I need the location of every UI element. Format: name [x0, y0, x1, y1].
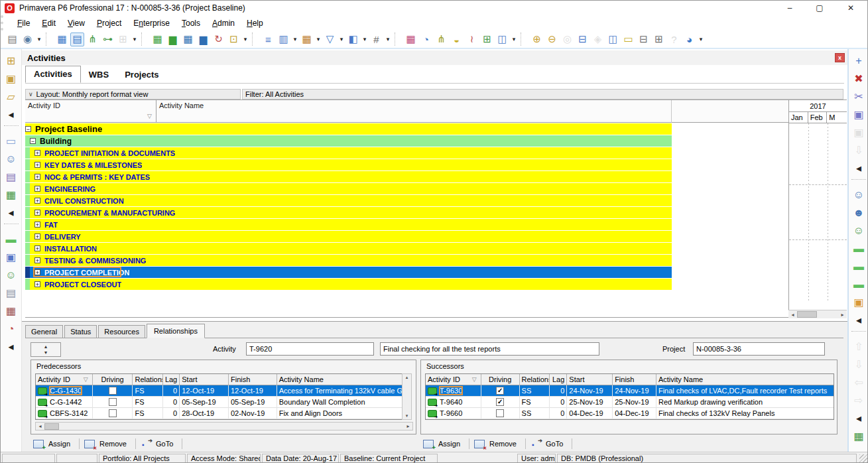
reports-icon[interactable]: ▤ — [4, 170, 18, 184]
wbs-row[interactable]: PROJECT INITIATION & DOCUMENTS — [25, 147, 672, 159]
filters-caret-icon[interactable]: ▾ — [338, 33, 345, 46]
collapse-icon[interactable] — [30, 138, 36, 144]
assignments-icon[interactable]: ☺ — [4, 268, 18, 282]
table-row[interactable]: T-9630 ✓ SS 0 24-Nov-19 24-Nov-19 Final … — [426, 385, 834, 397]
filter-bar-cell[interactable]: Filter: All Activities — [242, 89, 843, 99]
columns-caret-icon[interactable]: ▾ — [292, 33, 298, 46]
filters-icon[interactable]: ▽ — [323, 33, 337, 46]
activity-id-field[interactable]: T-9620 — [246, 342, 374, 356]
expand-icon[interactable] — [34, 222, 40, 228]
layout-bar-cell[interactable]: ∨Layout: Monthly report format view — [25, 89, 241, 99]
wps-docs-icon[interactable]: ▤ — [4, 286, 18, 300]
wbs-row[interactable]: FAT — [25, 219, 672, 230]
activity-codes-icon[interactable]: # — [369, 33, 383, 46]
delete-icon[interactable]: ✖ — [852, 72, 866, 86]
table-row[interactable]: C-G-1430 FS 0 12-Oct-19 12-Oct-19 Access… — [36, 385, 403, 397]
table-row[interactable]: T-9660 SS 0 04-Dec-19 04-Dec-19 Final ch… — [426, 408, 834, 419]
wbs-row-project-baseline[interactable]: Project Baseline — [25, 123, 672, 135]
col-driving[interactable]: Driving — [481, 374, 520, 385]
progress-spotlight-icon[interactable]: ◒ — [450, 33, 464, 46]
collapse-left-icon[interactable]: ◂ — [8, 340, 15, 354]
menu-tools[interactable]: Tools — [176, 17, 206, 29]
resource-usage-profile-icon[interactable]: ▆ — [166, 33, 180, 46]
collapse-right-icon[interactable]: ◂ — [855, 313, 862, 327]
expand-icon[interactable] — [34, 198, 40, 204]
activity-network-icon[interactable]: ⊶ — [101, 33, 115, 46]
resources-icon[interactable]: ☺ — [4, 152, 18, 166]
expand-icon[interactable] — [34, 269, 40, 275]
view-dropdown-icon[interactable]: ▾ — [131, 33, 138, 46]
gantt-horizontal-scrollbar[interactable]: ◂ ▸ — [788, 310, 847, 318]
timescale-year[interactable]: 2017 — [789, 100, 847, 112]
column-header-activity-id[interactable]: Activity ID▽ — [25, 100, 156, 123]
predecessors-vertical-scrollbar[interactable]: ▴ ▾ — [402, 373, 412, 420]
driving-checkbox[interactable] — [109, 409, 117, 417]
zoom-out-icon[interactable]: ⊖ — [545, 33, 559, 46]
zoom-in-icon[interactable]: ⊕ — [530, 33, 544, 46]
menu-edit[interactable]: Edit — [36, 17, 62, 29]
expand-icon[interactable] — [34, 210, 40, 216]
expand-icon[interactable] — [34, 245, 40, 251]
tab-wbs[interactable]: WBS — [81, 67, 117, 83]
assign-table-icon[interactable]: ▦ — [852, 429, 866, 443]
trace-logic-icon[interactable]: ⋔ — [86, 33, 99, 46]
expand-icon[interactable] — [34, 162, 40, 168]
print-icon[interactable]: ▤ — [5, 33, 19, 46]
wbs-row[interactable]: PROJECT CLOSEOUT — [25, 279, 672, 290]
step-down-icon[interactable]: ▾ — [44, 350, 47, 356]
schedule-icon[interactable]: ◔ — [419, 33, 433, 46]
online-help-icon[interactable]: ◕ — [682, 33, 696, 46]
activity-details-icon[interactable]: ▦ — [404, 33, 418, 46]
activity-name-field[interactable]: Final checking for all the test reports — [380, 342, 599, 356]
col-finish[interactable]: Finish — [229, 374, 277, 385]
thresholds-icon[interactable]: ◔ — [4, 322, 18, 336]
copy-icon[interactable]: ▣ — [852, 107, 866, 121]
activity-usage-spreadsheet-icon[interactable]: ▦ — [181, 33, 195, 46]
scroll-up-icon[interactable]: ▴ — [406, 375, 408, 380]
activities-icon[interactable]: ▬ — [4, 232, 18, 246]
collapse-left-icon[interactable]: ◂ — [8, 107, 15, 121]
scroll-down-icon[interactable]: ▾ — [406, 413, 408, 419]
expand-icon[interactable] — [34, 174, 40, 180]
vertical-split-icon[interactable]: ◫ — [606, 33, 620, 46]
expand-all-icon[interactable]: ⊞ — [652, 33, 666, 46]
scroll-right-icon[interactable]: ▸ — [838, 310, 847, 318]
print-dropdown-icon[interactable]: ▾ — [36, 33, 42, 46]
scroll-left-icon[interactable]: ◂ — [36, 423, 44, 430]
table-row[interactable]: T-9640 ✓ FS 0 25-Nov-19 25-Nov-19 Red Ma… — [426, 397, 834, 408]
remove-successor-button[interactable]: Remove — [471, 437, 523, 450]
assign-resource-icon[interactable]: ☺ — [852, 224, 866, 237]
resize-grip[interactable] — [859, 454, 867, 462]
wbs-row[interactable]: KEY DATES & MILESTONES — [25, 159, 672, 170]
cut-icon[interactable]: ✂ — [852, 90, 866, 103]
collapse-left-icon[interactable]: ◂ — [8, 206, 15, 220]
col-lag[interactable]: Lag — [550, 374, 567, 385]
scroll-right-icon[interactable]: ▸ — [404, 423, 412, 430]
sort-icon[interactable]: ▽ — [472, 376, 477, 383]
col-relations[interactable]: Relations — [520, 374, 550, 385]
table-row[interactable]: C-G-1442 FS 0 05-Sep-19 05-Sep-19 Bounda… — [36, 397, 403, 408]
add-resource-icon[interactable]: ☺ — [852, 188, 866, 202]
col-start[interactable]: Start — [180, 374, 229, 385]
add-icon[interactable]: + — [852, 54, 866, 68]
col-activity-name[interactable]: Activity Name — [656, 374, 834, 385]
tracking-icon[interactable]: ▦ — [4, 188, 18, 202]
expand-icon[interactable] — [34, 150, 40, 156]
expand-icon[interactable] — [34, 281, 40, 287]
spreadsheet-icon[interactable]: ▦ — [300, 33, 314, 46]
wbs-icon[interactable]: ▣ — [4, 250, 18, 264]
columns-icon[interactable]: ▥ — [277, 33, 290, 46]
menu-file[interactable]: File — [11, 17, 36, 29]
schedule-check-icon[interactable]: ⊡ — [227, 33, 241, 46]
wbs-row-selected[interactable]: PROJECT COMPLETION — [25, 267, 672, 278]
print-preview-icon[interactable]: ◉ — [21, 33, 34, 46]
assign-predecessor-icon[interactable]: ▬ — [852, 259, 866, 273]
assign-successor-button[interactable]: Assign — [420, 437, 467, 450]
driving-checkbox[interactable] — [496, 409, 504, 417]
open-project-icon[interactable]: ▣ — [4, 72, 18, 86]
assign-role-icon[interactable]: ▬ — [852, 241, 866, 255]
new-project-icon[interactable]: ⊞ — [4, 54, 18, 68]
driving-checkbox[interactable] — [109, 398, 117, 406]
collapse-right-icon[interactable]: ◂ — [855, 411, 862, 425]
table-view-icon[interactable]: ▦ — [55, 33, 69, 46]
